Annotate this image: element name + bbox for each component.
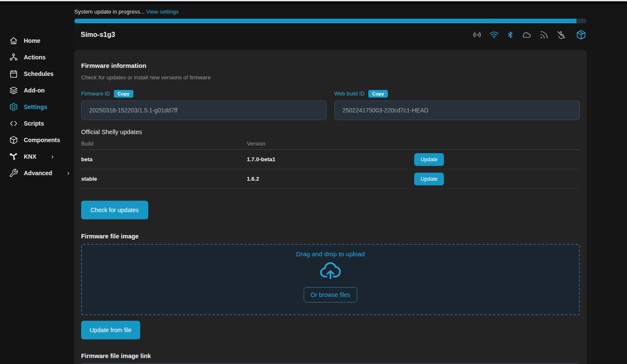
update-banner-text: System update in progress... [74, 8, 144, 15]
bluetooth-icon[interactable] [506, 30, 514, 39]
hand-slash-icon[interactable] [556, 30, 566, 40]
web-build-id-field: Web build ID Copy [334, 90, 580, 120]
layers-icon [9, 86, 18, 95]
sidebar-item-label: Actions [24, 54, 45, 61]
knx-nodes-icon [9, 152, 18, 161]
main-content: System update in progress... View settin… [74, 4, 587, 364]
build-cell: stable [81, 176, 247, 182]
web-build-id-input[interactable] [334, 101, 580, 120]
firmware-card: Firmware information Check for updates o… [74, 50, 587, 364]
sidebar-item-advanced[interactable]: Advanced › [0, 165, 74, 181]
update-from-file-button[interactable]: Update from file [81, 321, 140, 339]
sidebar-item-schedules[interactable]: Schedules [0, 65, 74, 82]
sidebar-item-components[interactable]: Components [0, 132, 74, 148]
chevron-right-icon: › [51, 153, 54, 160]
firmware-id-field: Firmware ID Copy [81, 90, 327, 120]
wifi-icon[interactable] [489, 30, 499, 40]
actions-icon [9, 53, 18, 62]
cloud-icon[interactable] [521, 30, 532, 40]
access-point-icon[interactable] [472, 30, 482, 40]
official-updates-title: Official Shelly updates [81, 129, 580, 135]
sidebar-item-label: Settings [24, 104, 47, 110]
device-name-title: Simo-s1g3 [81, 31, 115, 39]
firmware-file-image-title: Firmware file image [81, 233, 580, 240]
sidebar-item-home[interactable]: Home [0, 32, 74, 49]
updates-table-header: Build Version [81, 138, 580, 150]
sidebar-item-actions[interactable]: Actions [0, 49, 74, 65]
cloud-upload-icon [319, 261, 342, 280]
rss-icon[interactable] [539, 30, 549, 40]
sidebar-item-label: Home [24, 37, 40, 44]
firmware-id-input[interactable] [81, 101, 327, 120]
update-banner: System update in progress... View settin… [74, 8, 587, 15]
version-cell: 1.7.0-beta1 [247, 156, 414, 162]
table-row-beta: beta 1.7.0-beta1 Update [81, 150, 580, 169]
top-black-band [0, 1, 627, 4]
update-stable-button[interactable]: Update [414, 173, 444, 185]
chevron-right-icon: › [67, 169, 70, 176]
sidebar-item-label: Scripts [24, 120, 44, 127]
table-row-stable: stable 1.6.2 Update [81, 169, 580, 189]
gear-icon [9, 102, 18, 112]
update-beta-button[interactable]: Update [414, 153, 444, 166]
firmware-file-dropzone[interactable]: Drag and drop to upload Or browse files [81, 244, 580, 315]
code-icon [9, 119, 18, 128]
sidebar-item-label: Advanced [24, 170, 52, 176]
sidebar-item-scripts[interactable]: Scripts [0, 115, 74, 132]
build-column-header: Build [81, 140, 247, 147]
firmware-id-label: Firmware ID [81, 91, 110, 97]
browse-files-button[interactable]: Or browse files [304, 287, 357, 302]
page-header: Simo-s1g3 [74, 29, 587, 41]
home-icon [9, 36, 18, 45]
updates-table: Build Version beta 1.7.0-beta1 Update st… [81, 138, 580, 189]
sidebar-item-label: Schedules [24, 70, 54, 77]
sidebar-item-addon[interactable]: Add-on [0, 82, 74, 98]
version-cell: 1.6.2 [247, 176, 414, 182]
update-progress-bar [74, 19, 587, 23]
sidebar-item-knx[interactable]: KNX › [0, 148, 74, 165]
firmware-id-fields: Firmware ID Copy Web build ID Copy [81, 90, 580, 120]
package-icon[interactable] [576, 29, 587, 40]
firmware-section-subtitle: Check for updates or install new version… [81, 74, 580, 81]
view-settings-link[interactable]: View settings [146, 8, 178, 15]
version-column-header: Version [247, 140, 414, 147]
firmware-file-link-title: Firmware file image link [81, 353, 580, 359]
copy-firmware-id-button[interactable]: Copy [114, 90, 133, 98]
build-cell: beta [81, 156, 247, 162]
drag-drop-text: Drag and drop to upload [296, 250, 365, 258]
wrench-icon [9, 168, 18, 178]
calendar-icon [9, 69, 18, 78]
web-build-id-label: Web build ID [334, 91, 364, 97]
copy-web-build-id-button[interactable]: Copy [368, 90, 388, 98]
update-progress-fill [74, 19, 576, 23]
sidebar-item-label: Add-on [24, 87, 45, 94]
firmware-section-title: Firmware information [81, 62, 580, 69]
components-cube-icon [9, 135, 18, 145]
sidebar-item-label: KNX [24, 153, 37, 160]
sidebar-item-settings[interactable]: Settings [0, 98, 74, 115]
status-icon-bar [472, 29, 587, 40]
sidebar-item-label: Components [24, 137, 60, 143]
sidebar: Home Actions Schedules Add-on Settings S… [0, 4, 74, 364]
check-for-updates-button[interactable]: Check for updates [81, 201, 148, 219]
